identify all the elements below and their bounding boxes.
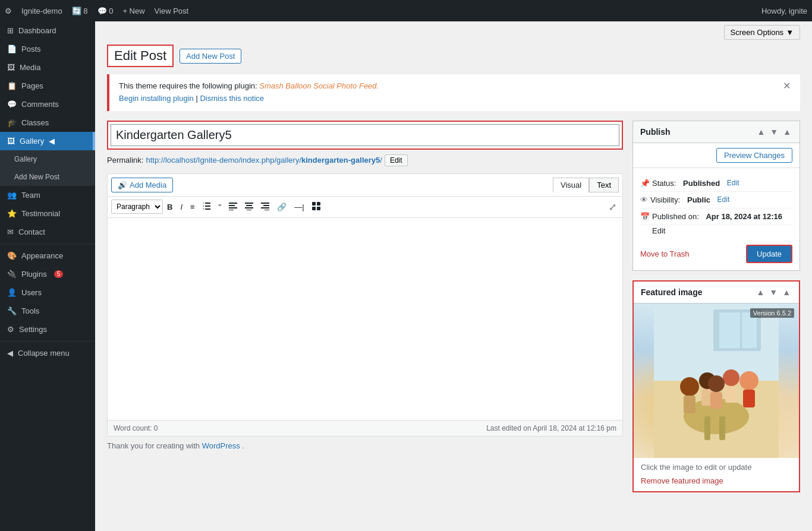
- bullet-list-button[interactable]: ≡: [187, 200, 199, 214]
- comments-link[interactable]: 💬 0: [97, 7, 114, 15]
- status-pin-icon: 📌: [640, 179, 650, 188]
- italic-button[interactable]: I: [177, 200, 186, 214]
- published-edit-link[interactable]: Edit: [652, 226, 665, 235]
- move-to-trash-link[interactable]: Move to Trash: [640, 249, 689, 258]
- view-post-link[interactable]: View Post: [155, 7, 189, 15]
- add-media-button[interactable]: 🔊 Add Media: [111, 178, 173, 192]
- svg-rect-7: [229, 205, 235, 206]
- featured-image-box: Featured image ▲ ▼ ▲: [632, 280, 800, 492]
- svg-rect-6: [229, 203, 237, 204]
- text-tab[interactable]: Text: [589, 178, 619, 192]
- align-right-button[interactable]: [257, 200, 273, 214]
- update-button[interactable]: Update: [746, 245, 792, 263]
- sidebar-item-classes[interactable]: 🎓 Classes: [0, 113, 95, 132]
- page-title: Edit Post: [107, 45, 174, 67]
- featured-image-collapse-down-button[interactable]: ▼: [768, 286, 779, 298]
- svg-rect-8: [229, 207, 237, 208]
- bullet-list-icon: ≡: [190, 203, 195, 211]
- notice-text: This theme requires the following plugin…: [119, 80, 379, 105]
- notice-dismiss-button[interactable]: ✕: [783, 80, 791, 91]
- featured-image-svg: [654, 304, 779, 458]
- svg-point-37: [739, 371, 759, 390]
- sidebar-item-posts[interactable]: 📄 Posts: [0, 40, 95, 58]
- new-link[interactable]: + New: [122, 7, 144, 15]
- dismiss-notice-link[interactable]: Dismiss this notice: [200, 94, 264, 103]
- sidebar-item-gallery[interactable]: 🖼 Gallery ◀: [0, 132, 95, 150]
- sidebar-item-comments[interactable]: 💬 Comments: [0, 95, 95, 113]
- svg-rect-40: [710, 392, 722, 409]
- align-left-button[interactable]: [225, 200, 241, 214]
- featured-image-thumbnail[interactable]: Version 6.5.2: [634, 304, 799, 458]
- comments-menu-icon: 💬: [7, 100, 17, 109]
- publish-box-header: Publish ▲ ▼ ▲: [633, 121, 800, 143]
- visibility-value: Public: [687, 195, 710, 204]
- permalink-url-link[interactable]: http://localhost/Ignite-demo/index.php/g…: [146, 156, 382, 165]
- featured-image-collapse-up-button[interactable]: ▲: [755, 286, 766, 298]
- sidebar-item-media[interactable]: 🖼 Media: [0, 58, 95, 77]
- blockquote-icon: ": [219, 203, 222, 211]
- wordpress-logo-icon[interactable]: ⚙: [5, 7, 12, 15]
- visibility-edit-link[interactable]: Edit: [717, 195, 730, 204]
- wordpress-link[interactable]: WordPress: [202, 441, 240, 450]
- sidebar-item-settings[interactable]: ⚙ Settings: [0, 320, 95, 339]
- publish-close-button[interactable]: ▲: [782, 126, 792, 138]
- blockquote-button[interactable]: ": [215, 200, 225, 214]
- align-right-icon: [261, 203, 269, 212]
- plugins-badge: 5: [54, 270, 64, 278]
- publish-collapse-up-button[interactable]: ▲: [756, 126, 766, 138]
- word-count: Word count: 0: [114, 424, 158, 432]
- featured-image-controls: ▲ ▼ ▲: [755, 286, 792, 298]
- install-plugin-link[interactable]: Begin installing plugin: [119, 94, 194, 103]
- updates-link[interactable]: 🔄 8: [72, 7, 88, 15]
- page-header: Edit Post Add New Post: [95, 40, 812, 74]
- sidebar-item-gallery-add-new[interactable]: Add New Post: [0, 168, 95, 186]
- fullscreen-button[interactable]: ⤢: [606, 199, 619, 215]
- sidebar-item-team[interactable]: 👥 Team: [0, 186, 95, 204]
- sidebar-item-pages[interactable]: 📋 Pages: [0, 77, 95, 95]
- status-edit-link[interactable]: Edit: [727, 179, 739, 187]
- table-button[interactable]: [309, 200, 324, 214]
- add-new-post-button[interactable]: Add New Post: [180, 49, 241, 64]
- visual-tab[interactable]: Visual: [553, 178, 589, 192]
- more-tag-button[interactable]: —|: [291, 200, 307, 214]
- align-center-button[interactable]: [241, 200, 257, 214]
- svg-text:3: 3: [203, 207, 204, 210]
- permalink-edit-button[interactable]: Edit: [385, 154, 408, 166]
- bold-button[interactable]: B: [163, 200, 176, 214]
- plugin-notice: This theme requires the following plugin…: [107, 74, 800, 111]
- sidebar-item-testimonial[interactable]: ⭐ Testimonial: [0, 204, 95, 223]
- svg-rect-10: [245, 203, 253, 204]
- preview-changes-button[interactable]: Preview Changes: [716, 148, 792, 163]
- publish-box: Publish ▲ ▼ ▲ Preview Changes: [632, 121, 800, 271]
- align-left-icon: [229, 203, 237, 212]
- classes-icon: 🎓: [7, 118, 17, 127]
- status-value: Published: [683, 179, 720, 188]
- numbered-list-button[interactable]: 123: [199, 200, 215, 214]
- featured-image-close-button[interactable]: ▲: [781, 286, 792, 298]
- svg-rect-29: [704, 416, 710, 440]
- svg-rect-16: [261, 207, 269, 208]
- posts-icon: 📄: [7, 45, 17, 53]
- paragraph-select[interactable]: Paragraph: [111, 200, 163, 214]
- thank-you-row: Thank you for creating with WordPress .: [107, 437, 623, 455]
- appearance-icon: 🎨: [7, 251, 17, 260]
- sidebar-item-appearance[interactable]: 🎨 Appearance: [0, 246, 95, 265]
- sidebar-item-tools[interactable]: 🔧 Tools: [0, 302, 95, 320]
- svg-rect-0: [205, 203, 210, 204]
- remove-featured-image-link[interactable]: Remove featured image: [641, 476, 723, 485]
- link-button[interactable]: 🔗: [273, 200, 290, 214]
- editor-area-wrap: 🔊 Add Media Visual Text Paragraph: [107, 173, 623, 437]
- sidebar-item-plugins[interactable]: 🔌 Plugins 5: [0, 265, 95, 283]
- last-edited: Last edited on April 18, 2024 at 12:16 p…: [486, 424, 616, 432]
- site-name-link[interactable]: Ignite-demo: [21, 7, 62, 15]
- sidebar-item-gallery-list[interactable]: Gallery: [0, 150, 95, 168]
- sidebar-item-users[interactable]: 👤 Users: [0, 283, 95, 302]
- sidebar-item-contact[interactable]: ✉ Contact: [0, 223, 95, 241]
- svg-rect-2: [205, 208, 210, 210]
- screen-options-button[interactable]: Screen Options ▼: [724, 25, 800, 40]
- post-title-input[interactable]: [111, 124, 619, 146]
- sidebar-item-dashboard[interactable]: ⊞ Dashboard: [0, 21, 95, 40]
- editor-content[interactable]: [108, 218, 622, 420]
- publish-collapse-down-button[interactable]: ▼: [769, 126, 779, 138]
- sidebar-collapse-btn[interactable]: ◀ Collapse menu: [0, 344, 95, 362]
